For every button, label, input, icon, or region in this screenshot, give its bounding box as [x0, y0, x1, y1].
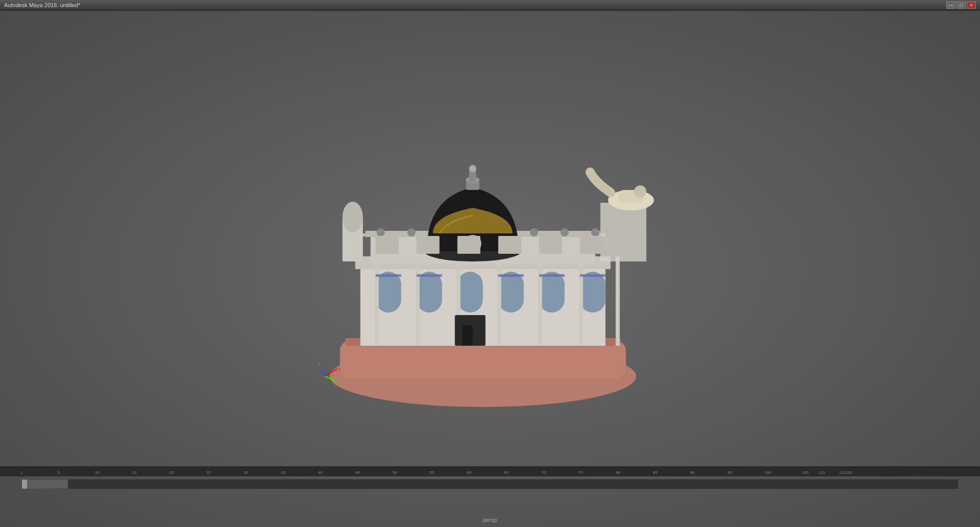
svg-point-26 [530, 228, 538, 236]
svg-rect-9 [457, 272, 483, 313]
ruler-tick-5: 5 [58, 470, 60, 475]
svg-rect-50 [580, 236, 603, 254]
minimize-button[interactable]: — [946, 2, 955, 9]
svg-rect-53 [498, 274, 523, 277]
ruler-tick-85: 85 [653, 470, 658, 475]
svg-rect-54 [539, 274, 564, 277]
viewport-area: View Shading Lighting Show Renderer Pane… [16, 47, 822, 466]
ruler-tick-30: 30 [244, 470, 248, 475]
ruler-tick-105: 105 [802, 470, 808, 475]
viewport-scene[interactable]: x y z persp [16, 47, 822, 466]
ruler-tick-55: 55 [429, 470, 434, 475]
ruler-tick-50: 50 [393, 470, 397, 475]
ruler-ticks: 1 5 10 15 20 25 30 35 40 45 50 55 60 65 … [20, 466, 847, 476]
svg-point-21 [376, 228, 385, 236]
svg-rect-55 [580, 274, 605, 277]
svg-line-58 [322, 366, 324, 376]
ruler-tick-40: 40 [318, 470, 323, 475]
svg-point-22 [407, 228, 415, 236]
svg-rect-7 [375, 272, 401, 313]
ruler-tick-75: 75 [579, 470, 583, 475]
svg-rect-46 [416, 236, 439, 254]
ruler-tick-65: 65 [504, 470, 509, 475]
ruler-tick-15: 15 [132, 470, 137, 475]
svg-rect-52 [416, 274, 442, 277]
svg-rect-49 [539, 236, 562, 254]
svg-rect-14 [415, 256, 419, 346]
svg-text:y: y [338, 380, 340, 385]
svg-rect-19 [615, 256, 619, 346]
svg-rect-17 [538, 256, 542, 346]
ruler-tick-100: 100 [764, 470, 771, 475]
ruler-tick-35: 35 [281, 470, 285, 475]
svg-rect-11 [539, 272, 564, 313]
svg-rect-44 [462, 325, 472, 346]
svg-point-39 [469, 165, 476, 172]
ruler-tick-115: 115 [818, 470, 825, 475]
timeline-scrubber[interactable] [21, 479, 959, 489]
timeline-ruler: 1 5 10 15 20 25 30 35 40 45 50 55 60 65 … [0, 466, 980, 476]
ruler-tick-1: 1 [20, 470, 22, 475]
ruler-tick-90: 90 [690, 470, 695, 475]
close-button[interactable]: × [967, 2, 976, 9]
svg-rect-51 [375, 274, 401, 277]
window-title: Autodesk Maya 2016: untitled* [4, 2, 80, 8]
svg-point-27 [560, 228, 568, 236]
app-window: Autodesk Maya 2016: untitled* — □ × File… [0, 0, 980, 527]
svg-rect-47 [457, 236, 480, 254]
timeline-range-block [22, 480, 68, 489]
ruler-tick-80: 80 [616, 470, 620, 475]
svg-text:x: x [338, 367, 340, 371]
svg-rect-8 [416, 272, 442, 313]
ruler-tick-20: 20 [169, 470, 174, 475]
svg-point-28 [591, 228, 599, 236]
ruler-tick-45: 45 [355, 470, 360, 475]
svg-point-30 [342, 202, 363, 232]
svg-rect-13 [374, 256, 378, 346]
ruler-right-ticks: 115 120 [818, 470, 852, 475]
maximize-button[interactable]: □ [957, 2, 966, 9]
svg-rect-31 [600, 203, 646, 261]
title-bar: Autodesk Maya 2016: untitled* — □ × [0, 0, 980, 10]
ruler-tick-10: 10 [95, 470, 100, 475]
window-controls: — □ × [946, 2, 976, 9]
svg-rect-10 [498, 272, 523, 313]
workspace: ↖ ⊙ ✎ ✛ ↻ ⤢ ⊕ ◎ ∿ ⬡ ◈ ⊞ ⊟ ⊠ ≡ ⊡ ⚙ ◈ ▼ [0, 47, 980, 466]
building-model: x y z [299, 126, 666, 412]
svg-point-34 [634, 185, 646, 198]
svg-rect-48 [498, 236, 521, 254]
svg-text:z: z [318, 362, 320, 366]
ruler-tick-120: 120 [846, 470, 852, 475]
svg-rect-16 [497, 256, 501, 346]
svg-rect-12 [580, 272, 605, 313]
svg-rect-18 [579, 256, 583, 346]
svg-rect-45 [375, 236, 398, 254]
ruler-tick-95: 95 [727, 470, 732, 475]
svg-rect-1 [340, 341, 626, 379]
ruler-tick-25: 25 [206, 470, 211, 475]
ruler-tick-70: 70 [541, 470, 546, 475]
ruler-tick-60: 60 [467, 470, 471, 475]
